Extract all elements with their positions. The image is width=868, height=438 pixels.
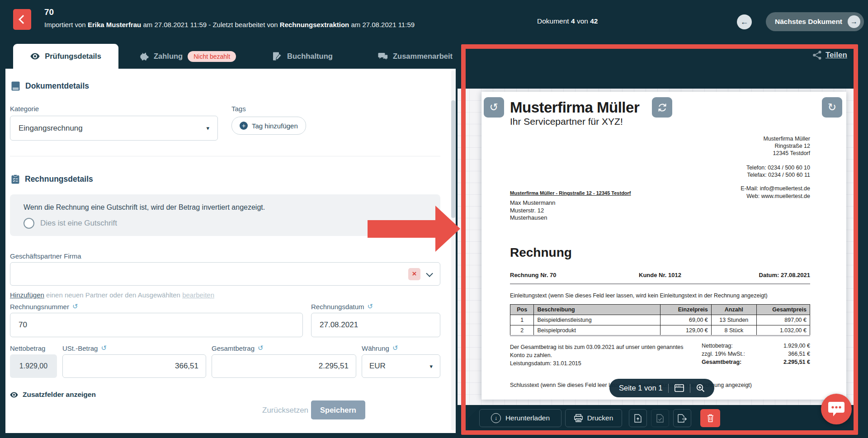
- eye-icon: [10, 392, 18, 398]
- previous-document-button[interactable]: ←: [737, 14, 752, 29]
- caret-down-icon: ▾: [429, 363, 433, 370]
- vat-amount-input[interactable]: [62, 354, 206, 378]
- clear-x-icon[interactable]: ×: [408, 268, 420, 280]
- currency-label: Währung ↺: [362, 344, 398, 352]
- support-chat-button[interactable]: [821, 394, 852, 424]
- tab-zahlung[interactable]: Zahlung Nicht bezahlt: [138, 44, 236, 69]
- history-icon[interactable]: ↺: [72, 303, 78, 310]
- invoice-payment-terms: Der Gesamtbetrag ist bis zum 03.09.2021 …: [510, 343, 684, 367]
- arrow-left-icon: ←: [741, 17, 749, 27]
- document-toolbar: ↓ Herunterladen Drucken: [468, 405, 850, 432]
- attach-file-button[interactable]: [629, 409, 647, 427]
- radio-unchecked-icon[interactable]: [24, 218, 34, 229]
- arrow-right-icon: →: [848, 15, 860, 28]
- invoice-sender-line: Musterfirma Müller - Ringstraße 12 - 123…: [510, 190, 631, 196]
- back-button[interactable]: [13, 9, 31, 30]
- rotate-cw-icon: ↻: [828, 101, 836, 113]
- net-amount-readonly: 1.929,00: [10, 354, 57, 378]
- history-icon[interactable]: ↺: [368, 303, 373, 310]
- download-icon: ↓: [491, 413, 501, 423]
- invoice-number-label: Rechnungsnummer ↺: [10, 303, 78, 311]
- invoice-number-input[interactable]: [10, 313, 303, 337]
- invoice-phone-block: Telefon: 0234 / 500 60 10 Telefax: 0234 …: [746, 164, 810, 179]
- invoice-meta-row: Rechnung Nr. 70 Kunde Nr. 1012 Datum: 27…: [510, 272, 810, 278]
- download-button[interactable]: ↓ Herunterladen: [479, 409, 561, 427]
- eye-icon: [30, 53, 40, 60]
- invoice-totals-block: Nettobetrag:1.929,00 € zzgl. 19% MwSt.:3…: [702, 342, 810, 366]
- file-upload-icon: [634, 414, 642, 423]
- caret-down-icon: ▾: [206, 125, 209, 132]
- rotate-right-button[interactable]: ↻: [822, 97, 842, 118]
- history-icon[interactable]: ↺: [101, 344, 107, 351]
- gross-amount-label: Gesamtbetrag ↺: [212, 344, 264, 352]
- save-button[interactable]: Speichern: [311, 400, 365, 419]
- add-tag-button[interactable]: + Tag hinzufügen: [231, 117, 306, 135]
- invoice-tagline: Ihr Servicepartner für XYZ!: [510, 116, 623, 127]
- invoice-recipient-block: Max Mustermann Musterstr. 12 Musterhause…: [510, 199, 555, 222]
- gross-amount-input[interactable]: [212, 354, 356, 378]
- imported-by-name: Erika Musterfrau: [88, 21, 141, 28]
- invoice-intro-text: Einleitungstext (wenn Sie dieses Feld le…: [510, 292, 768, 299]
- next-document-button[interactable]: Nächstes Dokument →: [766, 12, 864, 31]
- history-icon[interactable]: ↺: [392, 344, 398, 351]
- tags-label: Tags: [231, 105, 246, 113]
- export-file-button[interactable]: [673, 409, 691, 427]
- file-approved-button[interactable]: [651, 409, 669, 427]
- status-badge-not-paid: Nicht bezahlt: [188, 51, 236, 62]
- invoice-date-input[interactable]: [311, 313, 440, 337]
- history-icon[interactable]: ↺: [258, 344, 264, 351]
- print-button[interactable]: Drucken: [565, 409, 622, 427]
- tab-pruefungsdetails[interactable]: Prüfungsdetails: [13, 44, 118, 69]
- section-dokumentdetails: Dokumentdetails: [11, 81, 89, 91]
- speech-bubble-icon: [828, 401, 845, 417]
- invoice-sender-address: Musterfirma Müller Ringstraße 12 12345 T…: [764, 135, 811, 157]
- section-rechnungsdetails: Rechnungsdetails: [11, 174, 93, 184]
- panel-scrollbar-thumb[interactable]: [451, 100, 455, 218]
- partner-select-input[interactable]: ×: [10, 262, 440, 286]
- chevron-left-icon: [19, 15, 28, 24]
- section-title: Dokumentdetails: [25, 81, 89, 91]
- kategorie-select[interactable]: Eingangsrechnung ▾: [10, 116, 218, 141]
- invoice-divider: [510, 335, 810, 336]
- document-meta-line: Importiert von Erika Musterfrau am 27.08…: [44, 21, 415, 28]
- clipboard-icon: [11, 174, 19, 184]
- plus-circle-icon: +: [240, 122, 248, 130]
- file-export-icon: [678, 414, 687, 423]
- section-title: Rechnungsdetails: [25, 174, 93, 184]
- reset-button[interactable]: Zurücksetzen: [262, 406, 308, 415]
- kategorie-label: Kategorie: [10, 105, 39, 113]
- rotate-left-button[interactable]: ↺: [484, 97, 504, 118]
- zoom-in-icon[interactable]: [696, 384, 705, 392]
- tab-buchhaltung[interactable]: Buchhaltung: [273, 44, 333, 69]
- invoice-contact-block: E-Mail: info@muellertest.de Web: www.mue…: [741, 185, 810, 200]
- thumbnails-icon[interactable]: [675, 384, 684, 392]
- vat-amount-label: USt.-Betrag ↺: [62, 344, 107, 352]
- credit-note-radio-row[interactable]: Dies ist eine Gutschrift: [24, 218, 117, 229]
- table-header-row: Pos Beschreibung Einzelpreis Anzahl Gesa…: [510, 305, 810, 315]
- reset-rotation-button[interactable]: [652, 97, 672, 118]
- currency-select[interactable]: EUR ▾: [362, 354, 440, 378]
- edited-by-name: Rechnungsextraktion: [280, 21, 349, 28]
- trash-icon: [707, 414, 714, 422]
- delete-document-button[interactable]: [700, 409, 720, 427]
- sync-arrows-icon: [657, 103, 667, 113]
- partner-hint: Hinzufügen einen neuen Partner oder den …: [10, 291, 214, 299]
- chevron-down-icon[interactable]: [426, 270, 433, 277]
- document-counter: Dokument 4 von 42: [537, 17, 598, 25]
- invoice-divider: [510, 283, 810, 284]
- show-extra-fields-link[interactable]: Zusatzfelder anzeigen: [10, 391, 96, 399]
- page-indicator: Seite 1 von 1: [619, 384, 662, 392]
- partner-label: Geschäftspartner Firma: [10, 252, 81, 260]
- book-icon: [11, 81, 20, 91]
- page-indicator-pill: Seite 1 von 1: [609, 379, 714, 397]
- edit-partner-link[interactable]: bearbeiten: [182, 291, 214, 299]
- document-pencil-icon: [273, 52, 282, 61]
- add-partner-link[interactable]: Hinzufügen: [10, 291, 44, 299]
- invoice-title: Rechnung: [510, 245, 572, 260]
- table-row: 2 Beispielprodukt 129,00 € 8 Stück 1.032…: [510, 325, 810, 336]
- printer-icon: [574, 414, 583, 422]
- share-button[interactable]: Teilen: [813, 51, 847, 60]
- tab-zusammenarbeit[interactable]: Zusammenarbeit: [378, 44, 453, 69]
- credit-note-info-box: Wenn die Rechnung eine Gutschrift ist, w…: [10, 194, 440, 236]
- details-panel: Dokumentdetails Kategorie Eingangsrechnu…: [5, 69, 456, 433]
